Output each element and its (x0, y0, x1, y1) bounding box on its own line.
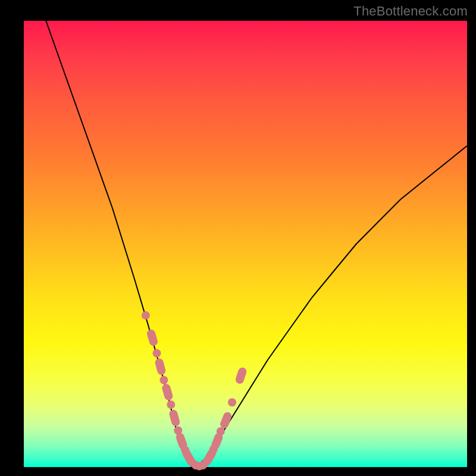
marker-dot (228, 398, 236, 406)
watermark-text: TheBottleneck.com (353, 4, 468, 19)
marker-pill (234, 367, 248, 385)
curve-layer (24, 21, 467, 467)
marker-pill (146, 328, 158, 347)
marker-dot (153, 349, 161, 358)
marker-dot (142, 311, 150, 320)
marker-dot (167, 400, 175, 409)
marker-pill (154, 358, 167, 376)
sample-points (142, 311, 248, 471)
chart-frame: TheBottleneck.com (0, 0, 476, 476)
plot-area (24, 21, 467, 467)
marker-pill (161, 383, 174, 402)
marker-dot (159, 376, 168, 384)
marker-pill (168, 409, 181, 427)
marker-dot (217, 427, 225, 436)
bottleneck-curve (46, 21, 467, 467)
